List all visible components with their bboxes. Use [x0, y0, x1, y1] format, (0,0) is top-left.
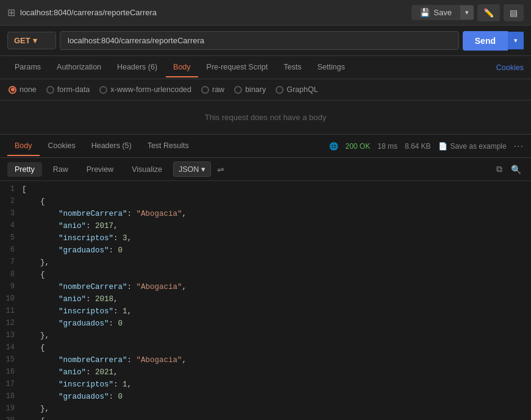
tab-tests[interactable]: Tests: [276, 58, 308, 77]
code-line: 3 "nombreCarrera": "Abogacia",: [0, 208, 531, 220]
radio-binary-label: binary: [245, 85, 266, 94]
line-content: {: [22, 269, 45, 281]
send-button[interactable]: Send: [463, 31, 508, 51]
radio-dot-form-data: [46, 86, 54, 94]
radio-dot-none: [9, 86, 16, 94]
url-bar: GET ▾ Send ▾: [0, 26, 531, 56]
code-line: 14 {: [0, 342, 531, 354]
line-number: 2: [0, 196, 22, 207]
radio-form-data[interactable]: form-data: [46, 85, 90, 94]
line-content: "graduados": 0: [22, 318, 123, 330]
layout-icon-button[interactable]: ▤: [504, 4, 524, 21]
code-line: 16 "anio": 2021,: [0, 366, 531, 379]
radio-urlencoded-label: x-www-form-urlencoded: [110, 85, 191, 94]
send-dropdown-button[interactable]: ▾: [508, 32, 524, 49]
status-ok: 200 OK: [346, 142, 371, 151]
code-line: 4 "anio": 2017,: [0, 220, 531, 232]
save-label: Save: [433, 8, 452, 17]
line-content: "anio": 2017,: [22, 220, 118, 232]
format-pretty-button[interactable]: Pretty: [7, 162, 42, 177]
code-line: 20 {: [0, 415, 531, 420]
line-number: 12: [0, 318, 22, 329]
radio-dot-binary: [234, 86, 242, 94]
radio-dot-raw: [201, 86, 209, 94]
radio-none-label: none: [20, 85, 37, 94]
radio-dot-graphql: [276, 86, 283, 94]
line-number: 5: [0, 232, 22, 244]
method-select[interactable]: GET ▾: [7, 32, 56, 49]
tab-params[interactable]: Params: [7, 58, 48, 77]
code-line: 5 "inscriptos": 3,: [0, 232, 531, 244]
line-number: 15: [0, 354, 22, 366]
code-line: 19 },: [0, 403, 531, 415]
wrap-icon[interactable]: ⇌: [215, 162, 227, 177]
tab-settings[interactable]: Settings: [310, 58, 352, 77]
line-number: 19: [0, 403, 22, 415]
globe-icon: 🌐: [329, 142, 338, 151]
save-example-button[interactable]: 📄 Save as example: [438, 142, 507, 151]
edit-icon-button[interactable]: ✏️: [477, 4, 500, 21]
cookies-link[interactable]: Cookies: [496, 59, 524, 77]
search-icon[interactable]: 🔍: [508, 162, 524, 177]
bottom-tabs-left: Body Cookies Headers (5) Test Results: [7, 137, 196, 156]
line-content: },: [22, 257, 49, 269]
code-line: 17 "inscriptos": 1,: [0, 379, 531, 391]
more-options-button[interactable]: ···: [514, 141, 524, 152]
line-content: {: [22, 415, 45, 420]
line-number: 10: [0, 293, 22, 305]
radio-urlencoded[interactable]: x-www-form-urlencoded: [99, 85, 191, 94]
code-line: 1[: [0, 183, 531, 196]
format-preview-button[interactable]: Preview: [79, 162, 121, 177]
code-view[interactable]: 1[2 {3 "nombreCarrera": "Abogacia",4 "an…: [0, 181, 531, 420]
line-number: 7: [0, 257, 22, 268]
line-content: },: [22, 330, 49, 342]
copy-icon[interactable]: ⧉: [494, 162, 505, 177]
bottom-tab-headers[interactable]: Headers (5): [84, 137, 139, 156]
radio-dot-urlencoded: [99, 86, 107, 94]
format-raw-button[interactable]: Raw: [46, 162, 76, 177]
line-content: "nombreCarrera": "Abogacia",: [22, 208, 187, 220]
tab-body[interactable]: Body: [166, 58, 198, 77]
code-line: 7 },: [0, 257, 531, 269]
line-number: 13: [0, 330, 22, 341]
radio-graphql[interactable]: GraphQL: [276, 85, 318, 94]
title-right: 💾 Save ▾ ✏️ ▤: [412, 4, 524, 21]
response-toolbar: Pretty Raw Preview Visualize JSON ▾ ⇌ ⧉ …: [0, 158, 531, 181]
title-bar: ⊞ localhost:8040/carreras/reporteCarrera…: [0, 0, 531, 26]
bottom-tab-test-results[interactable]: Test Results: [140, 137, 196, 156]
bottom-tabs: Body Cookies Headers (5) Test Results 🌐 …: [0, 135, 531, 158]
line-number: 1: [0, 183, 22, 195]
radio-form-data-label: form-data: [57, 85, 90, 94]
line-number: 20: [0, 415, 22, 420]
bottom-tab-body[interactable]: Body: [7, 137, 40, 156]
tab-headers[interactable]: Headers (6): [110, 58, 165, 77]
bottom-section: Body Cookies Headers (5) Test Results 🌐 …: [0, 135, 531, 420]
tab-authorization[interactable]: Authorization: [49, 58, 109, 77]
radio-none[interactable]: none: [9, 85, 37, 94]
line-content: "anio": 2018,: [22, 293, 118, 305]
json-type-select[interactable]: JSON ▾: [173, 162, 211, 177]
format-visualize-button[interactable]: Visualize: [124, 162, 169, 177]
line-number: 9: [0, 281, 22, 293]
code-line: 8 {: [0, 269, 531, 281]
method-label: GET: [14, 36, 30, 45]
line-content: {: [22, 342, 45, 354]
line-number: 17: [0, 379, 22, 390]
method-chevron: ▾: [33, 36, 37, 45]
code-line: 18 "graduados": 0: [0, 391, 531, 403]
line-content: "inscriptos": 1,: [22, 379, 132, 391]
tab-prerequest[interactable]: Pre-request Script: [199, 58, 276, 77]
url-input[interactable]: [60, 31, 459, 50]
save-dropdown-button[interactable]: ▾: [460, 5, 474, 20]
line-number: 4: [0, 220, 22, 232]
code-line: 15 "nombreCarrera": "Abogacia",: [0, 354, 531, 366]
bottom-tab-cookies[interactable]: Cookies: [41, 137, 83, 156]
save-button-group: 💾 Save ▾: [412, 5, 474, 20]
line-number: 6: [0, 244, 22, 256]
save-file-icon: 📄: [438, 142, 447, 151]
code-line: 11 "inscriptos": 1,: [0, 305, 531, 318]
line-content: "inscriptos": 3,: [22, 232, 132, 244]
save-button[interactable]: 💾 Save: [412, 5, 460, 20]
radio-raw[interactable]: raw: [201, 85, 224, 94]
radio-binary[interactable]: binary: [234, 85, 266, 94]
